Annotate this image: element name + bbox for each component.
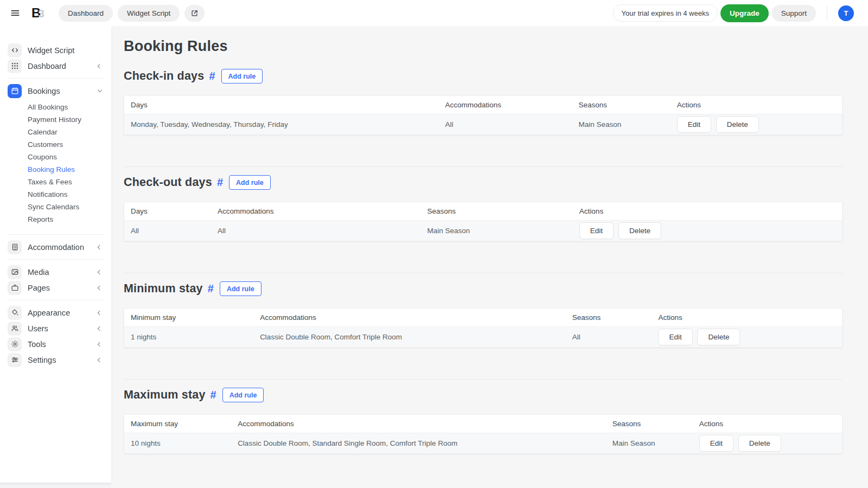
cell-actions: Edit Delete: [573, 221, 842, 241]
sidebar-item-settings[interactable]: Settings: [0, 352, 111, 368]
edit-button[interactable]: Edit: [677, 116, 711, 133]
section-anchor-link[interactable]: #: [209, 70, 215, 82]
column-header: Minimum stay: [124, 309, 253, 327]
sidebar-item-label: Accommodation: [28, 243, 84, 252]
table-header-row: Maximum stay Accommodations Seasons Acti…: [124, 415, 842, 433]
cell-accommodations: Classic Double Room, Standard Single Roo…: [231, 433, 606, 454]
sidebar-item-taxes-fees[interactable]: Taxes & Fees: [0, 176, 111, 188]
add-rule-button[interactable]: Add rule: [229, 175, 271, 190]
section-header: Check-out days # Add rule: [124, 175, 843, 190]
add-rule-button[interactable]: Add rule: [222, 388, 264, 402]
sidebar-item-users[interactable]: Users: [0, 320, 111, 336]
sidebar-item-tools[interactable]: Tools: [0, 336, 111, 352]
cell-days: All: [124, 221, 211, 241]
section-heading: Minimum stay: [124, 282, 203, 296]
section-separator: [124, 166, 843, 167]
trial-status-badge: Your trial expires in 4 weeks: [613, 4, 718, 22]
edit-button[interactable]: Edit: [579, 222, 614, 239]
sidebar-item-coupons[interactable]: Coupons: [0, 151, 111, 163]
section-anchor-link[interactable]: #: [208, 282, 214, 295]
section-anchor-link[interactable]: #: [210, 389, 216, 401]
sidebar-item-widget-script[interactable]: Widget Script: [0, 42, 111, 58]
external-link-icon[interactable]: [184, 5, 205, 22]
support-button[interactable]: Support: [772, 5, 816, 22]
avatar[interactable]: T: [838, 5, 854, 21]
section-heading: Check-in days: [124, 69, 204, 83]
cell-actions: Edit Delete: [652, 327, 842, 348]
cell-minimum-stay: 1 nights: [124, 327, 253, 348]
sidebar-item-media[interactable]: Media: [0, 264, 111, 280]
sidebar-item-payment-history[interactable]: Payment History: [0, 113, 111, 126]
sidebar-divider: [8, 78, 104, 79]
sidebar-item-notifications[interactable]: Notifications: [0, 188, 111, 201]
sidebar-item-accommodation[interactable]: Accommodation: [0, 239, 111, 255]
section-anchor-link[interactable]: #: [217, 176, 223, 189]
column-header: Accommodations: [211, 202, 420, 221]
tab-dashboard[interactable]: Dashboard: [59, 5, 113, 22]
section-separator: [124, 379, 843, 380]
sidebar-item-pages[interactable]: Pages: [0, 280, 111, 296]
cell-actions: Edit Delete: [693, 433, 842, 454]
image-icon: [8, 265, 22, 279]
topbar: B 3 Dashboard Widget Script Your trial e…: [0, 0, 868, 26]
gear-icon: [8, 337, 22, 351]
add-rule-button[interactable]: Add rule: [221, 69, 263, 84]
section-minimum-stay: Minimum stay # Add rule Minimum stay Acc…: [124, 281, 843, 348]
edit-button[interactable]: Edit: [699, 435, 733, 452]
briefcase-icon: [8, 281, 22, 295]
delete-button[interactable]: Delete: [618, 222, 661, 239]
chevron-left-icon: [98, 357, 102, 362]
tab-widget-script[interactable]: Widget Script: [118, 5, 180, 22]
page-title: Booking Rules: [124, 38, 843, 55]
section-header: Minimum stay # Add rule: [124, 281, 843, 296]
cell-accommodations: All: [438, 114, 572, 135]
topbar-divider: [827, 6, 827, 20]
sidebar-item-sync-calendars[interactable]: Sync Calendars: [0, 201, 111, 213]
column-header: Maximum stay: [124, 415, 231, 433]
topbar-tabs: Dashboard Widget Script: [59, 5, 205, 22]
sidebar-item-reports[interactable]: Reports: [0, 213, 111, 226]
section-heading: Maximum stay: [124, 388, 206, 402]
sliders-icon: [8, 353, 22, 367]
sidebar-item-calendar[interactable]: Calendar: [0, 126, 111, 138]
column-header: Seasons: [566, 309, 652, 327]
upgrade-button[interactable]: Upgrade: [720, 4, 769, 22]
chevron-left-icon: [98, 285, 102, 290]
check-in-days-table: Days Accommodations Seasons Actions Mond…: [124, 96, 842, 134]
sidebar-item-booking-rules[interactable]: Booking Rules: [0, 163, 111, 176]
delete-button[interactable]: Delete: [738, 435, 781, 452]
cell-seasons: All: [566, 327, 652, 348]
delete-button[interactable]: Delete: [697, 329, 740, 345]
chevron-left-icon: [98, 63, 102, 68]
section-header: Check-in days # Add rule: [124, 69, 843, 84]
table-row: All All Main Season Edit Delete: [124, 221, 842, 241]
section-heading: Check-out days: [124, 176, 212, 189]
sidebar-item-appearance[interactable]: Appearance: [0, 305, 111, 320]
rules-table-card: Days Accommodations Seasons Actions All …: [124, 202, 843, 241]
sidebar-item-label: Dashboard: [28, 62, 66, 70]
cell-accommodations: Classic Double Room, Comfort Triple Room: [253, 327, 566, 348]
main-content: Booking Rules Check-in days # Add rule D…: [111, 26, 868, 488]
code-icon: [8, 43, 22, 57]
add-rule-button[interactable]: Add rule: [220, 281, 261, 296]
cell-accommodations: All: [211, 221, 420, 241]
sidebar-item-bookings[interactable]: Bookings: [0, 83, 111, 99]
chevron-left-icon: [98, 342, 102, 346]
column-header: Accommodations: [231, 415, 606, 433]
sidebar-item-all-bookings[interactable]: All Bookings: [0, 101, 111, 113]
chevron-down-icon: [98, 88, 102, 92]
edit-button[interactable]: Edit: [658, 329, 692, 345]
minimum-stay-table: Minimum stay Accommodations Seasons Acti…: [124, 309, 842, 347]
section-maximum-stay: Maximum stay # Add rule Maximum stay Acc…: [124, 388, 843, 454]
delete-button[interactable]: Delete: [716, 116, 759, 133]
cell-seasons: Main Season: [606, 433, 693, 454]
column-header: Actions: [671, 96, 842, 114]
calendar-icon: [8, 84, 22, 98]
sidebar-item-dashboard[interactable]: Dashboard: [0, 58, 111, 74]
maximum-stay-table: Maximum stay Accommodations Seasons Acti…: [124, 415, 842, 453]
building-icon: [8, 240, 22, 254]
sidebar-item-label: Appearance: [28, 309, 70, 317]
column-header: Seasons: [420, 202, 572, 221]
sidebar-item-customers[interactable]: Customers: [0, 138, 111, 151]
hamburger-menu-icon[interactable]: [8, 5, 23, 21]
